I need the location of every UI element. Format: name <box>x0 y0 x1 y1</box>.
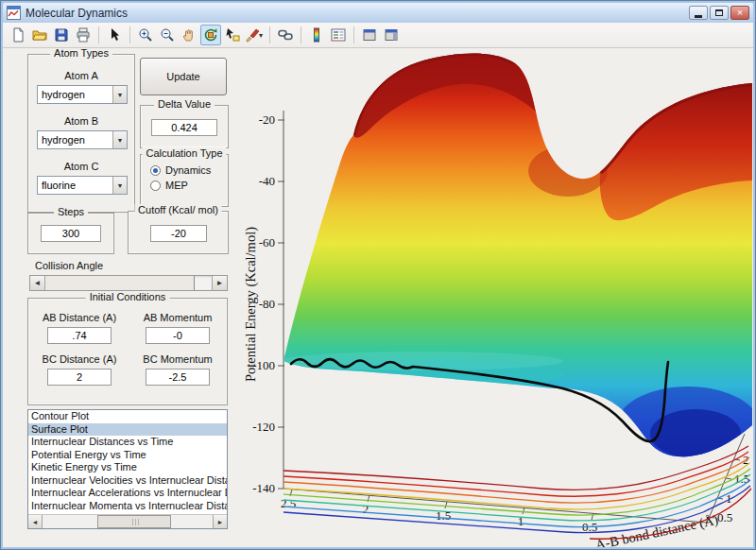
dynamics-radio-label: Dynamics <box>165 164 211 176</box>
calculation-type-panel-title: Calculation Type <box>142 147 226 159</box>
list-item[interactable]: Internuclear Distances vs Time <box>28 436 227 449</box>
title-bar[interactable]: Molecular Dynamics × <box>3 3 753 23</box>
z-tick-label: -40 <box>259 174 275 188</box>
scrollbar-thumb[interactable] <box>97 515 171 528</box>
delta-value-field[interactable]: 0.424 <box>151 119 217 136</box>
mep-radio[interactable] <box>150 180 161 191</box>
insert-legend-button[interactable] <box>328 25 349 45</box>
slider-track[interactable] <box>45 276 212 290</box>
scrollbar-track[interactable] <box>43 515 213 528</box>
scroll-right-arrow-icon[interactable]: ► <box>213 515 227 528</box>
list-item[interactable]: Contour Plot <box>28 410 227 423</box>
brush-dropdown-caret[interactable]: ▾ <box>259 31 263 40</box>
print-figure-button[interactable] <box>73 25 94 45</box>
dynamics-radio[interactable] <box>150 165 161 176</box>
toolbar-separator <box>98 26 99 43</box>
ab-distance-field[interactable]: .74 <box>47 327 112 344</box>
close-icon: × <box>737 8 743 18</box>
brush-button[interactable]: ▾ <box>244 25 265 45</box>
toolbar-separator <box>129 26 130 43</box>
slider-thumb[interactable] <box>45 276 195 290</box>
data-cursor-icon <box>225 27 240 43</box>
new-file-icon <box>10 27 26 43</box>
surface-plot-axes[interactable]: -20 -40 -60 -80 -100 -120 -140 2.5 2 1.5… <box>242 48 753 547</box>
save-figure-button[interactable] <box>51 25 72 45</box>
bc-momentum-field[interactable]: -2.5 <box>146 369 210 386</box>
rotate-3d-button[interactable] <box>200 25 221 45</box>
listbox-horizontal-scrollbar[interactable]: ◄ ► <box>28 514 227 528</box>
insert-colorbar-button[interactable] <box>306 25 327 45</box>
mep-radio-label: MEP <box>165 180 188 191</box>
slider-right-arrow-icon[interactable]: ► <box>212 276 227 290</box>
atom-a-value: hydrogen <box>38 86 112 103</box>
y-tick-label: 2 <box>363 502 369 516</box>
zoom-out-button[interactable] <box>157 25 178 45</box>
link-chain-icon <box>278 27 293 43</box>
show-plot-tools-icon <box>384 27 399 43</box>
list-item[interactable]: Kinetic Energy vs Time <box>28 461 227 474</box>
maximize-icon <box>715 9 723 16</box>
bc-momentum-label: BC Momentum <box>130 353 225 365</box>
window-title: Molecular Dynamics <box>26 7 128 20</box>
toolbar-separator <box>301 26 301 43</box>
list-item[interactable]: Potential Energy vs Time <box>28 449 227 462</box>
figure-canvas: Atom Types Atom A hydrogen ▼ Atom B hydr… <box>3 48 753 547</box>
ab-momentum-field[interactable]: -0 <box>146 327 210 344</box>
minimize-button[interactable] <box>689 6 708 20</box>
link-plots-button[interactable] <box>275 25 296 45</box>
x-axis-label: A-B bond distance (Å) <box>594 511 720 547</box>
z-axis-label: Potential Energy (Kcal/mol) <box>243 227 259 382</box>
zoom-in-button[interactable] <box>135 25 156 45</box>
rotate-3d-icon <box>203 27 218 43</box>
collision-angle-slider[interactable]: ◄ ► <box>29 275 228 291</box>
atom-b-dropdown[interactable]: hydrogen ▼ <box>37 130 128 149</box>
cutoff-panel: Cutoff (Kcal/ mol) -20 <box>128 211 229 254</box>
steps-field[interactable]: 300 <box>41 225 101 242</box>
cutoff-field[interactable]: -20 <box>150 225 207 242</box>
update-button[interactable]: Update <box>140 58 227 95</box>
z-tick-label: -120 <box>252 420 275 434</box>
atom-c-dropdown[interactable]: fluorine ▼ <box>37 176 128 195</box>
ab-distance-label: AB Distance (A) <box>32 312 127 323</box>
zoom-out-icon <box>160 27 175 43</box>
list-item-selected[interactable]: Surface Plot <box>28 423 227 437</box>
plot-type-listbox[interactable]: Contour Plot Surface Plot Internuclear D… <box>27 409 228 529</box>
bc-distance-label: BC Distance (A) <box>32 353 127 365</box>
atom-c-label: Atom C <box>28 161 134 172</box>
chevron-down-icon[interactable]: ▼ <box>112 177 127 194</box>
hand-pan-icon <box>181 27 197 43</box>
pan-button[interactable] <box>179 25 199 45</box>
new-figure-button[interactable] <box>8 25 28 45</box>
z-tick-label: -60 <box>259 235 275 249</box>
ab-momentum-label: AB Momentum <box>130 312 225 323</box>
zoom-in-icon <box>138 27 153 43</box>
show-plot-tools-button[interactable] <box>381 25 402 45</box>
chevron-down-icon[interactable]: ▼ <box>112 86 127 103</box>
edit-plot-button[interactable] <box>104 25 125 45</box>
list-item[interactable]: Internuclear Velocities vs Internuclear … <box>28 474 227 488</box>
atom-b-label: Atom B <box>28 115 134 127</box>
pointer-arrow-icon <box>107 27 122 43</box>
scroll-left-arrow-icon[interactable]: ◄ <box>28 515 43 528</box>
slider-left-arrow-icon[interactable]: ◄ <box>30 276 45 290</box>
save-floppy-icon <box>54 27 69 43</box>
hide-plot-tools-button[interactable] <box>359 25 380 45</box>
open-file-button[interactable] <box>29 25 50 45</box>
potential-energy-surface <box>278 53 753 466</box>
figure-toolbar: ▾ <box>3 23 753 48</box>
cutoff-panel-title: Cutoff (Kcal/ mol) <box>134 204 222 215</box>
list-item[interactable]: Internuclear Momenta vs Internuclear Dis… <box>28 500 227 513</box>
close-button[interactable]: × <box>730 6 749 20</box>
bc-distance-field[interactable]: 2 <box>47 369 112 386</box>
collision-angle-label: Collision Angle <box>35 260 103 271</box>
maximize-button[interactable] <box>710 6 729 20</box>
initial-conditions-panel: Initial Conditions AB Distance (A) AB Mo… <box>27 298 228 405</box>
atom-a-dropdown[interactable]: hydrogen ▼ <box>37 85 128 104</box>
atom-c-value: fluorine <box>38 177 112 194</box>
chevron-down-icon[interactable]: ▼ <box>112 131 127 148</box>
atom-b-value: hydrogen <box>38 131 112 148</box>
list-item[interactable]: Internuclear Accelerations vs Internucle… <box>28 487 227 500</box>
steps-panel-title: Steps <box>54 206 88 217</box>
delta-value-panel-title: Delta Value <box>154 98 215 110</box>
data-cursor-button[interactable] <box>222 25 243 45</box>
